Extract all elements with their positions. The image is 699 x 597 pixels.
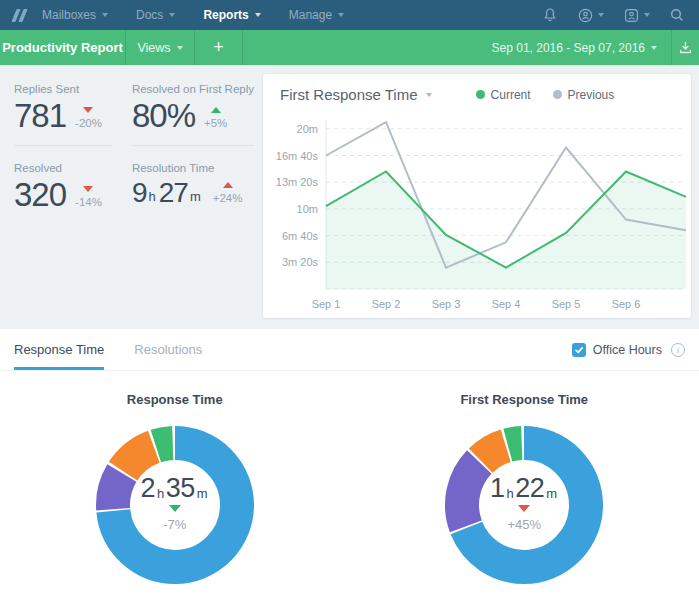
nav-item-manage[interactable]: Manage [289, 8, 344, 22]
add-view-button[interactable]: + [195, 30, 243, 65]
stat-delta: +5% [204, 117, 227, 129]
main-nav: Mailboxes Docs Reports Manage [42, 8, 344, 22]
report-summary-section: Replies Sent 781 -20% Resolved on First … [0, 65, 699, 329]
legend-item-previous: Previous [553, 88, 615, 102]
stat-value: 320 [14, 181, 66, 209]
chevron-down-icon [102, 13, 108, 17]
first-response-time-donut-svg [439, 420, 609, 590]
y-tick-label: 16m 40s [276, 150, 319, 162]
chevron-down-icon [598, 13, 604, 17]
x-tick-label: Sep 6 [612, 298, 641, 310]
nav-item-docs[interactable]: Docs [136, 8, 175, 22]
stat-value: 781 [14, 102, 66, 130]
nav-item-mailboxes[interactable]: Mailboxes [42, 8, 108, 22]
bell-icon[interactable] [542, 7, 558, 23]
stats-panel: Replies Sent 781 -20% Resolved on First … [0, 66, 262, 224]
first-response-time-chart-card: First Response Time Current Previous 20m… [262, 73, 692, 319]
x-tick-label: Sep 4 [492, 298, 521, 310]
stat-value-hours: 9 [132, 181, 147, 205]
chevron-down-icon [338, 13, 344, 17]
nav-item-reports[interactable]: Reports [203, 8, 260, 22]
y-tick-label: 10m [297, 203, 318, 215]
info-icon[interactable]: i [671, 343, 685, 357]
navbar-actions [542, 7, 685, 24]
stat-resolution-time: Resolution Time 9 h 27 m +24% [132, 162, 254, 224]
stat-hours-unit: h [149, 189, 156, 204]
trend-up-icon [211, 107, 221, 113]
y-tick-label: 3m 20s [282, 256, 319, 268]
account-avatar-circle-icon[interactable] [577, 7, 604, 24]
helpscout-logo-icon[interactable] [14, 9, 25, 22]
report-toolbar: Productivity Report Views + Sep 01, 2016… [0, 30, 699, 65]
response-time-donut-block: Response Time 2h 35m -7% [0, 371, 350, 597]
toolbar-spacer [243, 30, 478, 65]
first-response-time-donut-block: First Response Time 1h 22m +45% [350, 371, 699, 597]
donut-title: First Response Time [460, 392, 588, 407]
stat-delta: +24% [213, 192, 243, 204]
check-icon [576, 347, 582, 352]
legend-item-current: Current [476, 88, 531, 102]
donut-segment-blue [462, 443, 586, 567]
chart-header: First Response Time Current Previous [280, 86, 679, 103]
x-tick-label: Sep 1 [312, 298, 341, 310]
current-dot-icon [476, 90, 485, 99]
tab-resolutions[interactable]: Resolutions [134, 329, 202, 370]
download-icon[interactable] [672, 30, 699, 65]
trend-down-icon [83, 107, 93, 113]
current-area [326, 172, 686, 290]
views-dropdown[interactable]: Views [126, 30, 195, 65]
stat-value: 80% [132, 102, 195, 130]
stat-delta: -14% [75, 196, 102, 208]
chevron-down-icon [644, 13, 650, 17]
user-avatar-square-icon[interactable] [623, 7, 650, 24]
y-tick-label: 6m 40s [282, 230, 319, 242]
x-tick-label: Sep 3 [432, 298, 461, 310]
stat-replies-sent: Replies Sent 781 -20% [14, 83, 112, 146]
tab-response-time[interactable]: Response Time [14, 329, 104, 370]
donut-charts-section: Response Time 2h 35m -7% First Response … [0, 371, 699, 597]
y-tick-label: 13m 20s [276, 176, 319, 188]
top-navbar: Mailboxes Docs Reports Manage [0, 0, 699, 30]
report-tabs: Response Time Resolutions Office Hours i [0, 329, 699, 371]
stat-minutes-unit: m [190, 189, 201, 204]
stat-label: Replies Sent [14, 83, 112, 95]
chart-legend: Current Previous [476, 88, 615, 102]
chevron-down-icon [255, 13, 261, 17]
donut-title: Response Time [127, 392, 223, 407]
chevron-down-icon [426, 93, 432, 97]
trend-down-icon [83, 186, 93, 192]
stat-delta: -20% [75, 117, 102, 129]
date-range-picker[interactable]: Sep 01, 2016 - Sep 07, 2016 [478, 30, 672, 65]
chevron-down-icon [169, 13, 175, 17]
stat-resolved: Resolved 320 -14% [14, 162, 112, 224]
chevron-down-icon [177, 46, 183, 50]
previous-dot-icon [553, 90, 562, 99]
trend-up-icon [223, 182, 233, 188]
search-icon[interactable] [669, 7, 685, 23]
stat-label: Resolution Time [132, 162, 254, 174]
stat-value-minutes: 27 [159, 181, 188, 205]
x-tick-label: Sep 5 [552, 298, 581, 310]
office-hours-label: Office Hours [593, 343, 662, 357]
office-hours-checkbox[interactable] [572, 343, 586, 357]
y-tick-label: 20m [297, 123, 318, 135]
chevron-down-icon [651, 46, 657, 50]
line-chart-svg: 20m16m 40s13m 20s10m6m 40s3m 20sSep 1Sep… [263, 74, 693, 320]
response-time-donut-svg [90, 420, 260, 590]
productivity-report-app: Mailboxes Docs Reports Manage Productivi… [0, 0, 699, 597]
office-hours-control: Office Hours i [572, 329, 685, 370]
chart-metric-dropdown[interactable]: First Response Time [280, 86, 432, 103]
stat-resolved-first-reply: Resolved on First Reply 80% +5% [132, 83, 254, 146]
stat-label: Resolved [14, 162, 112, 174]
page-title: Productivity Report [0, 30, 126, 65]
x-tick-label: Sep 2 [372, 298, 401, 310]
stat-label: Resolved on First Reply [132, 83, 254, 95]
